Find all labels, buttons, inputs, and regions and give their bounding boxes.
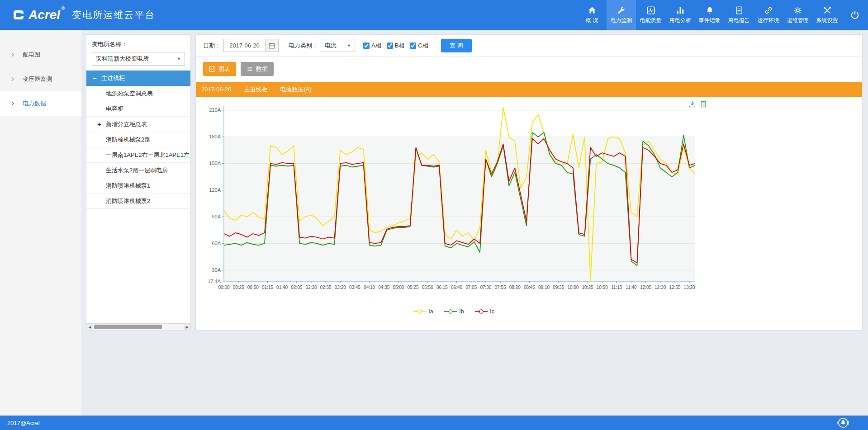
- checkbox[interactable]: [387, 43, 393, 49]
- chevron-right-icon: [10, 101, 15, 106]
- power-type-label: 电力类别：: [289, 42, 318, 50]
- station-name-label: 变电所名称：: [92, 40, 185, 48]
- nav-item-label: 概 况: [586, 17, 598, 24]
- tab-chart[interactable]: 图表: [203, 62, 236, 76]
- tree-item-6[interactable]: 一层南1APE2右一层北1APE1左: [86, 147, 190, 163]
- nav-item-event-records[interactable]: 事件记录: [695, 0, 724, 30]
- chevron-down-icon: ▼: [347, 43, 351, 48]
- nav-item-label: 事件记录: [699, 17, 721, 24]
- svg-text:00:25: 00:25: [233, 285, 244, 290]
- top-nav: 概 况电力监测电能质量用电分析事件记录用电报告运行环境运维管理系统设置: [577, 0, 842, 30]
- logout-button[interactable]: [842, 0, 868, 30]
- tree-item-label: 主进线柜: [101, 74, 125, 82]
- scrollbar-thumb[interactable]: [94, 325, 162, 329]
- scrollbar-track[interactable]: [93, 324, 184, 330]
- plus-icon: +: [97, 120, 106, 128]
- svg-text:12:55: 12:55: [669, 285, 680, 290]
- legend-item-ia[interactable]: Ia: [413, 308, 433, 315]
- svg-text:180A: 180A: [209, 134, 221, 139]
- power-type-select[interactable]: 电流 ▼: [321, 39, 355, 52]
- tab-data-label: 数据: [256, 65, 268, 73]
- acrel-logo-icon: [12, 9, 25, 21]
- svg-text:02:05: 02:05: [291, 285, 302, 290]
- download-icon[interactable]: [688, 100, 696, 108]
- minus-icon: −: [93, 74, 101, 82]
- scroll-right-button[interactable]: ▶: [184, 324, 190, 330]
- data-view-icon[interactable]: [700, 100, 707, 108]
- registered-mark: ®: [61, 5, 65, 11]
- body-row: 配电图变压器监测电力数据 变电所名称： 安科瑞新大楼变电所 ▼ −主进线柜地源热…: [0, 30, 868, 416]
- svg-text:05:25: 05:25: [408, 285, 419, 290]
- tree-item-8[interactable]: 消防喷淋机械泵1: [86, 178, 190, 194]
- page-title: 变电所运维云平台: [72, 0, 155, 30]
- legend-item-ic[interactable]: Ic: [474, 308, 494, 315]
- calendar-button[interactable]: [265, 39, 279, 52]
- tree-item-label: 新增分立柜总表: [106, 120, 147, 128]
- nav-item-maintenance[interactable]: 运维管理: [783, 0, 812, 30]
- nav-item-runtime-environment[interactable]: 运行环境: [754, 0, 783, 30]
- chevron-down-icon: ▼: [177, 57, 181, 61]
- svg-text:03:20: 03:20: [335, 285, 346, 290]
- tree-item-3[interactable]: 电容柜: [86, 101, 190, 117]
- station-select[interactable]: 安科瑞新大楼变电所 ▼: [92, 52, 185, 66]
- tree-item-5[interactable]: 消防栓机械泵2路: [86, 132, 190, 147]
- tab-data[interactable]: 数据: [241, 62, 274, 76]
- svg-text:12:05: 12:05: [640, 285, 651, 290]
- checkbox[interactable]: [410, 43, 416, 49]
- tree-item-label: 一层南1APE2右一层北1APE1左: [106, 151, 190, 159]
- station-panel: 变电所名称： 安科瑞新大楼变电所 ▼ −主进线柜地源热泵空调总表电容柜+新增分立…: [86, 34, 191, 331]
- svg-text:07:30: 07:30: [480, 285, 491, 290]
- legend-item-ib[interactable]: Ib: [444, 308, 464, 315]
- nav-item-power-quality[interactable]: 电能质量: [636, 0, 665, 30]
- svg-text:09:35: 09:35: [553, 285, 564, 290]
- power-type-value: 电流: [325, 42, 337, 50]
- tree-item-label: 生活水泵2路一层弱电房: [106, 166, 168, 175]
- svg-text:60A: 60A: [212, 241, 221, 246]
- notification-bell-icon[interactable]: [836, 416, 850, 430]
- tree-item-9[interactable]: 消防喷淋机械泵2: [86, 194, 190, 209]
- chevron-right-icon: [10, 76, 15, 82]
- alarm-bell-icon: [705, 6, 714, 15]
- legend-label: Ic: [490, 308, 494, 315]
- tree-item-7[interactable]: 生活水泵2路一层弱电房: [86, 163, 190, 178]
- banner-date: 2017-06-20: [201, 86, 232, 93]
- horizontal-scrollbar[interactable]: ◀ ▶: [86, 323, 190, 330]
- checkbox[interactable]: [363, 43, 370, 49]
- phase-checkbox-b[interactable]: B相: [387, 42, 405, 50]
- legend-marker-icon: [413, 309, 427, 314]
- svg-text:04:35: 04:35: [378, 285, 389, 290]
- tab-chart-label: 图表: [218, 65, 230, 73]
- phase-checkbox-c[interactable]: C相: [410, 42, 428, 50]
- nav-item-system-settings[interactable]: 系统设置: [812, 0, 842, 30]
- nav-item-label: 运维管理: [787, 17, 809, 24]
- report-doc-icon: [735, 6, 744, 15]
- query-button[interactable]: 查 询: [441, 39, 472, 52]
- scroll-left-button[interactable]: ◀: [86, 324, 93, 330]
- list-icon: [247, 66, 253, 72]
- sidebar-item-power-data[interactable]: 电力数据: [0, 91, 81, 116]
- tree-item-2[interactable]: 地源热泵空调总表: [86, 86, 190, 101]
- sidebar-item-distribution-diagram[interactable]: 配电图: [0, 43, 81, 67]
- footer: 2017@Acrel: [0, 416, 868, 430]
- date-label: 日期：: [203, 42, 221, 50]
- svg-text:08:45: 08:45: [524, 285, 535, 290]
- svg-text:05:00: 05:00: [393, 285, 404, 290]
- nav-item-overview[interactable]: 概 况: [577, 0, 607, 30]
- svg-text:06:15: 06:15: [436, 285, 448, 290]
- phase-checkbox-a[interactable]: A相: [363, 42, 381, 50]
- chart-toolbar: [688, 100, 707, 108]
- sidebar-item-transformer-monitoring[interactable]: 变压器监测: [0, 67, 81, 91]
- nav-item-usage-report[interactable]: 用电报告: [724, 0, 754, 30]
- chart-legend: IaIbIc: [200, 308, 707, 315]
- tree-item-1[interactable]: −主进线柜: [86, 71, 190, 86]
- tree-item-label: 消防喷淋机械泵2: [106, 197, 150, 205]
- tree-item-4[interactable]: +新增分立柜总表: [86, 117, 190, 132]
- date-input[interactable]: 2017-06-20: [223, 39, 265, 52]
- phase-label: C相: [418, 42, 428, 50]
- svg-text:05:50: 05:50: [422, 285, 433, 290]
- device-tree: −主进线柜地源热泵空调总表电容柜+新增分立柜总表消防栓机械泵2路一层南1APE2…: [86, 70, 190, 323]
- nav-item-power-monitoring[interactable]: 电力监测: [607, 0, 636, 30]
- phase-label: B相: [395, 42, 405, 50]
- svg-text:07:55: 07:55: [494, 285, 506, 290]
- nav-item-usage-analysis[interactable]: 用电分析: [665, 0, 695, 30]
